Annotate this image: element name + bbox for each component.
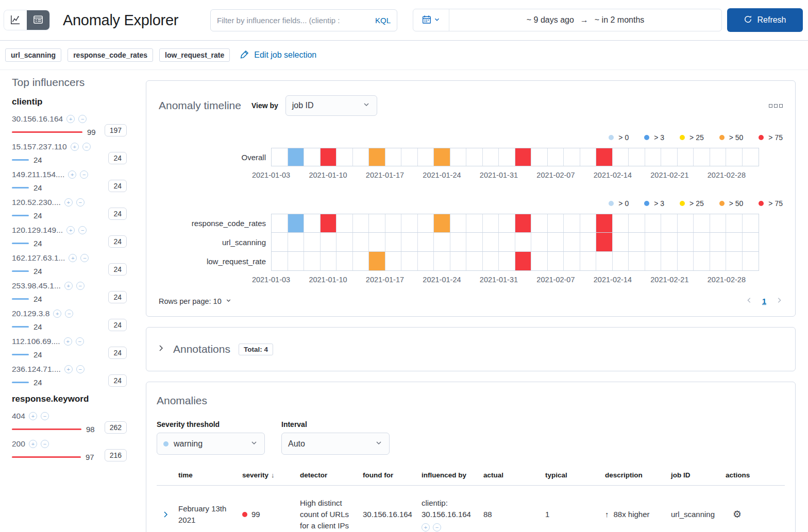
swimlane-cell[interactable] <box>385 233 402 251</box>
swimlane-cell[interactable] <box>645 148 662 166</box>
swimlane-cell[interactable] <box>596 214 613 232</box>
swimlane-cell[interactable] <box>678 148 694 166</box>
swimlane-cell[interactable] <box>483 148 499 166</box>
filter-for-icon[interactable]: + <box>64 282 73 290</box>
swimlane-cell[interactable] <box>353 214 369 232</box>
annotations-panel[interactable]: Annotations Total: 4 <box>146 327 796 371</box>
filter-out-icon[interactable]: − <box>76 337 84 346</box>
swimlane-cell[interactable] <box>353 233 369 251</box>
swimlane-cell[interactable] <box>336 148 353 166</box>
swimlane-cell[interactable] <box>613 252 629 270</box>
swimlane-cell[interactable] <box>353 252 369 270</box>
filter-out-icon[interactable]: − <box>76 365 85 373</box>
influencer-name[interactable]: 253.98.45.1... <box>12 281 61 290</box>
expand-row-icon[interactable] <box>157 510 174 519</box>
influencer-name[interactable]: 200 <box>12 439 25 449</box>
swimlane-cell[interactable] <box>743 148 759 166</box>
col-detector[interactable]: detector <box>296 467 359 485</box>
swimlane-cell[interactable] <box>321 214 337 232</box>
filter-for-icon[interactable]: + <box>64 198 73 207</box>
filter-out-icon[interactable]: − <box>78 226 87 234</box>
swimlane-cell[interactable] <box>548 148 564 166</box>
influencer-name[interactable]: 120.52.230.... <box>12 198 61 207</box>
col-severity[interactable]: severity ↓ <box>238 467 296 485</box>
col-time[interactable]: time <box>174 467 238 485</box>
swimlane-cell[interactable] <box>661 214 678 232</box>
filter-out-icon[interactable]: − <box>76 282 85 290</box>
swimlane-cell[interactable] <box>661 252 678 270</box>
swimlane-cell[interactable] <box>515 214 532 232</box>
swimlane-cell[interactable] <box>629 252 645 270</box>
filter-out-icon[interactable]: − <box>80 254 89 262</box>
swimlane-cell[interactable] <box>726 233 743 251</box>
job-badge[interactable]: url_scanning <box>5 48 61 62</box>
previous-page-icon[interactable] <box>746 297 753 306</box>
swimlane-cell[interactable] <box>385 214 402 232</box>
swimlane-cell[interactable] <box>499 148 515 166</box>
filter-for-icon[interactable]: + <box>64 337 72 346</box>
swimlane-cell[interactable] <box>548 233 564 251</box>
influencer-name[interactable]: 162.127.63.1... <box>12 253 65 263</box>
swimlane-cell[interactable] <box>321 148 337 166</box>
filter-out-icon[interactable]: − <box>41 440 49 448</box>
swimlane-cell[interactable] <box>726 214 743 232</box>
swimlane-options-icon[interactable] <box>769 104 783 108</box>
row-actions-gear-icon[interactable]: ⚙ <box>721 503 785 526</box>
filter-for-icon[interactable]: + <box>69 254 77 262</box>
swimlane-cell[interactable] <box>304 148 321 166</box>
swimlane-cell[interactable] <box>434 148 450 166</box>
swimlane-cell[interactable] <box>434 233 450 251</box>
swimlane-cell[interactable] <box>645 233 662 251</box>
swimlane-cell[interactable] <box>483 214 499 232</box>
influencer-name[interactable]: 20.129.3.8 <box>12 309 49 318</box>
swimlane-cell[interactable] <box>499 214 515 232</box>
swimlane-cell[interactable] <box>710 233 727 251</box>
swimlane-cell[interactable] <box>321 233 337 251</box>
swimlane-cell[interactable] <box>304 233 321 251</box>
swimlane-cell[interactable] <box>353 148 369 166</box>
swimlane-cell[interactable] <box>369 214 385 232</box>
col-found-for[interactable]: found for <box>359 467 417 485</box>
kql-button[interactable]: KQL <box>375 16 391 25</box>
filter-out-icon[interactable]: − <box>433 523 441 531</box>
severity-threshold-select[interactable]: warning <box>157 433 265 455</box>
col-actual[interactable]: actual <box>479 467 541 485</box>
rows-per-page-select[interactable]: Rows per page: 10 <box>159 297 232 305</box>
swimlane-cell[interactable] <box>645 214 662 232</box>
swimlane-cell[interactable] <box>483 252 499 270</box>
filter-for-icon[interactable]: + <box>66 115 75 123</box>
calendar-dropdown-button[interactable] <box>413 9 449 31</box>
swimlane-cell[interactable] <box>580 233 597 251</box>
swimlane-cell[interactable] <box>678 252 694 270</box>
swimlane-cell[interactable] <box>580 214 597 232</box>
influencer-name[interactable]: 30.156.16.164 <box>12 114 63 124</box>
swimlane-cell[interactable] <box>401 214 418 232</box>
swimlane-cell[interactable] <box>531 148 548 166</box>
swimlane-cell[interactable] <box>678 214 694 232</box>
swimlane-cell[interactable] <box>564 214 580 232</box>
swimlane-cell[interactable] <box>369 233 385 251</box>
swimlane-cell[interactable] <box>450 214 467 232</box>
col-job-id[interactable]: job ID <box>667 467 721 485</box>
swimlane-cell[interactable] <box>288 252 305 270</box>
swimlane-cell[interactable] <box>613 233 629 251</box>
swimlane-cell[interactable] <box>548 214 564 232</box>
date-range[interactable]: ~ 9 days ago → ~ in 2 months <box>449 9 721 31</box>
filter-out-icon[interactable]: − <box>78 115 87 123</box>
influencer-name[interactable]: 404 <box>12 411 25 421</box>
swimlane-cell[interactable] <box>596 252 613 270</box>
swimlane-cell[interactable] <box>272 214 288 232</box>
date-from[interactable]: ~ 9 days ago <box>527 15 574 25</box>
swimlane-cell[interactable] <box>450 148 467 166</box>
edit-job-selection[interactable]: Edit job selection <box>240 49 316 61</box>
swimlane-cell[interactable] <box>710 148 727 166</box>
swimlane-cell[interactable] <box>321 252 337 270</box>
swimlane-cell[interactable] <box>694 148 710 166</box>
filter-for-icon[interactable]: + <box>29 412 37 420</box>
swimlane-cell[interactable] <box>385 252 402 270</box>
swimlane-cell[interactable] <box>369 252 385 270</box>
swimlane-cell[interactable] <box>401 252 418 270</box>
swimlane-cell[interactable] <box>466 252 483 270</box>
swimlane-cell[interactable] <box>434 252 450 270</box>
table-view-button[interactable] <box>27 10 49 30</box>
